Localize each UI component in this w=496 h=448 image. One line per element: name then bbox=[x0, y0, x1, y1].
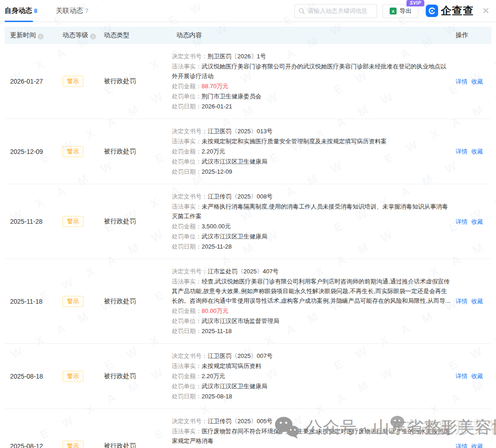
info-icon[interactable]: i bbox=[38, 34, 44, 40]
field-line: 违法事实：未按规定填写病历资料 bbox=[172, 361, 452, 371]
header-content: 动态内容 bbox=[172, 31, 452, 40]
field-line: 处罚日期：2026-01-21 bbox=[172, 102, 452, 111]
level-badge: 警示 bbox=[62, 146, 84, 157]
qcc-logo-icon bbox=[426, 5, 438, 17]
row-date: 2026-01-27 bbox=[5, 78, 59, 85]
tab-related-dynamics[interactable]: 关联动态7 bbox=[56, 0, 88, 22]
field-label: 违法事实： bbox=[172, 363, 202, 369]
tab-count: 7 bbox=[85, 7, 88, 14]
brand: 企查查 bbox=[426, 4, 474, 18]
tab-bar: 自身动态8 关联动态7 bbox=[5, 0, 88, 22]
field-label: 违法事实： bbox=[172, 278, 202, 285]
top-bar: 自身动态8 关联动态7 X 导出 SVIP 企查查 ✕ bbox=[0, 0, 496, 22]
favorite-link[interactable]: 收藏 bbox=[471, 443, 483, 448]
field-value: 经查,武汉悦她医疗美容门诊有限公司利用客户到店时咨询师的前期沟通,通过推介话术虚… bbox=[172, 278, 451, 304]
field-value: 2025-11-28 bbox=[202, 243, 232, 250]
export-button[interactable]: X 导出 SVIP bbox=[383, 4, 418, 18]
row-ops: 详情收藏 bbox=[452, 217, 491, 226]
detail-link[interactable]: 详情 bbox=[456, 443, 468, 448]
favorite-link[interactable]: 收藏 bbox=[471, 148, 483, 155]
field-label: 处罚日期： bbox=[172, 243, 202, 250]
field-line: 违法事实：医疗废物暂存间不符合环境保护、卫生要求;未按规定对医疗废物进行登记;产… bbox=[172, 426, 452, 446]
field-line: 处罚日期：2025-08-18 bbox=[172, 391, 452, 401]
field-label: 处罚日期： bbox=[172, 168, 202, 175]
field-value: 荆门市卫生健康委员会 bbox=[202, 93, 261, 100]
favorite-link[interactable]: 收藏 bbox=[471, 298, 483, 305]
row-level: 警示 bbox=[59, 216, 99, 227]
row-date: 2025-11-28 bbox=[5, 218, 59, 225]
field-label: 违法事实： bbox=[172, 203, 202, 210]
field-line: 决定文书号：荆卫医罚〔2026〕1号 bbox=[172, 51, 452, 61]
field-value: 武汉市江汉区卫生健康局 bbox=[202, 383, 267, 390]
field-value: 荆卫医罚〔2026〕1号 bbox=[208, 53, 266, 60]
field-value: 未严格执行消毒隔离制度,使用的消毒工作人员未接受消毒知识培训、未掌握消毒知识从事… bbox=[172, 203, 448, 220]
favorite-link[interactable]: 收藏 bbox=[471, 218, 483, 225]
excel-icon: X bbox=[389, 7, 397, 15]
table-row: 2026-01-27 警示 被行政处罚 决定文书号：荆卫医罚〔2026〕1号违法… bbox=[5, 44, 491, 119]
field-line: 处罚单位：武汉市江汉区卫生健康局 bbox=[172, 157, 452, 166]
field-label: 处罚金额： bbox=[172, 83, 202, 90]
info-icon[interactable]: i bbox=[90, 34, 96, 40]
field-line: 决定文书号：江卫医罚〈2025〉007号 bbox=[172, 351, 452, 361]
row-fields: 决定文书号：江卫传罚〈2025〉008号违法事实：未严格执行消毒隔离制度,使用的… bbox=[172, 184, 452, 259]
field-label: 决定文书号： bbox=[172, 53, 208, 60]
field-line: 处罚金额：2.20万元 bbox=[172, 147, 452, 156]
table-row: 2025-11-18 警示 被行政处罚 决定文书号：江市监处罚〈2025〉407… bbox=[5, 259, 491, 344]
detail-link[interactable]: 详情 bbox=[456, 218, 468, 225]
row-type: 被行政处罚 bbox=[99, 217, 172, 226]
field-label: 处罚日期： bbox=[172, 103, 202, 110]
row-date: 2025-11-18 bbox=[5, 298, 59, 305]
field-value: 2025-11-18 bbox=[202, 328, 232, 335]
field-line: 处罚单位：荆门市卫生健康委员会 bbox=[172, 91, 452, 101]
row-date: 2025-08-12 bbox=[5, 442, 59, 448]
level-badge: 警示 bbox=[62, 371, 84, 382]
search-input[interactable] bbox=[308, 7, 373, 14]
field-value: 未按规定填写病历资料 bbox=[202, 363, 261, 369]
dynamics-table: 更新时间i 动态等级i 动态类型 动态内容 操作 2026-01-27 警示 被… bbox=[5, 27, 491, 448]
field-label: 决定文书号： bbox=[172, 352, 208, 359]
field-value: 80.00万元 bbox=[202, 307, 229, 314]
field-value: 2.20万元 bbox=[202, 373, 225, 380]
field-label: 决定文书号： bbox=[172, 128, 208, 135]
row-ops: 详情收藏 bbox=[452, 297, 491, 306]
row-fields: 决定文书号：江市监处罚〈2025〉407号违法事实：经查,武汉悦她医疗美容门诊有… bbox=[172, 259, 452, 343]
svip-badge: SVIP bbox=[406, 0, 424, 6]
field-line: 处罚单位：武汉市江汉区卫生健康局 bbox=[172, 232, 452, 241]
field-line: 决定文书号：江市监处罚〈2025〉407号 bbox=[172, 267, 452, 276]
svg-text:X: X bbox=[392, 8, 395, 13]
field-line: 违法事实：未按规定制定和实施医疗质量安全管理制度及未按规定填写病历资料案 bbox=[172, 136, 452, 146]
field-value: 武汉市江汉区卫生健康局 bbox=[202, 158, 267, 165]
tab-label: 关联动态 bbox=[56, 6, 83, 14]
favorite-link[interactable]: 收藏 bbox=[471, 78, 483, 85]
field-value: 88.70万元 bbox=[202, 83, 229, 90]
row-ops: 详情收藏 bbox=[452, 147, 491, 156]
row-fields: 决定文书号：江卫传罚〈2025〉005号违法事实：医疗废物暂存间不符合环境保护、… bbox=[172, 409, 452, 448]
detail-link[interactable]: 详情 bbox=[456, 373, 468, 380]
field-value: 2025-12-09 bbox=[202, 168, 232, 175]
table-row: 2025-08-18 警示 被行政处罚 决定文书号：江卫医罚〈2025〉007号… bbox=[5, 344, 491, 409]
field-line: 决定文书号：江卫传罚〈2025〉005号 bbox=[172, 416, 452, 426]
field-label: 决定文书号： bbox=[172, 268, 208, 275]
field-value: 3,500.00元 bbox=[202, 223, 231, 230]
search-box[interactable] bbox=[294, 4, 377, 18]
row-level: 警示 bbox=[59, 441, 99, 448]
detail-link[interactable]: 详情 bbox=[456, 78, 468, 85]
row-fields: 决定文书号：江卫医罚〈2025〉013号违法事实：未按规定制定和实施医疗质量安全… bbox=[172, 119, 452, 184]
table-row: 2025-11-28 警示 被行政处罚 决定文书号：江卫传罚〈2025〉008号… bbox=[5, 184, 491, 259]
row-level: 警示 bbox=[59, 76, 99, 87]
row-ops: 详情收藏 bbox=[452, 442, 491, 448]
detail-link[interactable]: 详情 bbox=[456, 298, 468, 305]
row-level: 警示 bbox=[59, 371, 99, 382]
level-badge: 警示 bbox=[62, 216, 84, 227]
close-icon[interactable]: ✕ bbox=[482, 6, 490, 15]
favorite-link[interactable]: 收藏 bbox=[471, 373, 483, 380]
search-icon bbox=[299, 8, 305, 14]
tab-self-dynamics[interactable]: 自身动态8 bbox=[5, 0, 37, 22]
header-level: 动态等级i bbox=[59, 31, 99, 40]
field-value: 武汉悦她医疗美容门诊有限公司开办的武汉悦她医疗美容门诊部未经批准在登记的执业地点… bbox=[172, 63, 446, 79]
row-type: 被行政处罚 bbox=[99, 442, 172, 448]
field-value: 武汉市江汉区卫生健康局 bbox=[202, 233, 267, 240]
field-value: 江卫医罚〈2025〉007号 bbox=[208, 352, 273, 359]
detail-link[interactable]: 详情 bbox=[456, 148, 468, 155]
field-line: 违法事实：经查,武汉悦她医疗美容门诊有限公司利用客户到店时咨询师的前期沟通,通过… bbox=[172, 277, 452, 306]
